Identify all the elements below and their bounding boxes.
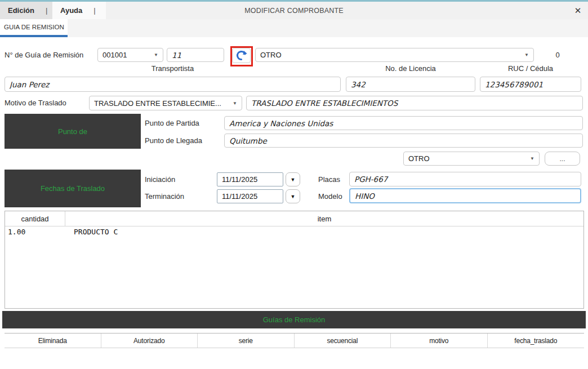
- terminacion-label: Terminación: [145, 192, 184, 201]
- guias-section-bar: Guías de Remisión: [2, 311, 586, 328]
- iniciacion-dropdown-button[interactable]: ▼: [286, 172, 300, 186]
- guias-table: Eliminada Autorizado serie secuencial mo…: [5, 333, 584, 369]
- motivo-combo-value: TRASLADO ENTRE ESTABLECIMIE...: [94, 99, 221, 108]
- series-combobox[interactable]: 001001 ▼: [97, 48, 163, 62]
- chevron-down-icon: ▼: [233, 101, 237, 106]
- guias-header-eliminada[interactable]: Eliminada: [5, 334, 101, 348]
- licencia-input[interactable]: [346, 77, 475, 92]
- guias-section-title: Guías de Remisión: [263, 315, 326, 324]
- placas-input[interactable]: [349, 172, 581, 186]
- menu-separator: |: [46, 6, 47, 15]
- punto-section-panel: Punto de: [5, 114, 141, 149]
- chevron-down-icon: ▼: [291, 177, 296, 183]
- ruc-input[interactable]: [480, 77, 581, 92]
- modificar-comprobante-window: Edición | Ayuda | MODIFICAR COMPROBANTE …: [0, 0, 588, 369]
- items-table: cantidad item 1.00 PRODUCTO C: [5, 211, 584, 309]
- licencia-label: No. de Licencia: [346, 64, 475, 73]
- items-header-item[interactable]: item: [65, 211, 583, 226]
- tab-label: GUIA DE REMISION: [4, 24, 64, 30]
- fechas-section-title: Fechas de Traslado: [41, 184, 105, 193]
- guias-header-autorizado[interactable]: Autorizado: [101, 334, 198, 348]
- modelo-label: Modelo: [318, 192, 342, 201]
- transportista-input[interactable]: [5, 77, 341, 92]
- terminacion-value: 11/11/2025: [222, 192, 257, 201]
- refresh-button[interactable]: [232, 48, 251, 63]
- guide-type-combobox[interactable]: OTRO ▼: [255, 48, 534, 62]
- guias-header-motivo[interactable]: motivo: [391, 334, 488, 348]
- punto-section-title: Punto de: [58, 127, 87, 136]
- terminacion-dropdown-button[interactable]: ▼: [286, 189, 300, 203]
- menu-separator: |: [93, 6, 95, 15]
- vehicle-type-value: OTRO: [408, 154, 430, 163]
- motivo-label: Motivo de Traslado: [5, 99, 66, 107]
- chevron-down-icon: ▼: [291, 194, 296, 199]
- menu-item-edicion[interactable]: Edición |: [0, 2, 52, 19]
- transportista-label: Transportista: [5, 64, 341, 73]
- table-row[interactable]: 1.00 PRODUCTO C: [5, 226, 583, 237]
- motivo-combobox[interactable]: TRASLADO ENTRE ESTABLECIMIE... ▼: [89, 96, 242, 110]
- tab-guia-de-remision[interactable]: GUIA DE REMISION: [0, 19, 68, 35]
- menu-label: Edición: [8, 6, 34, 15]
- vehicle-type-combobox[interactable]: OTRO ▼: [403, 152, 540, 166]
- chevron-down-icon: ▼: [530, 156, 534, 161]
- menu-item-ayuda[interactable]: Ayuda |: [52, 2, 106, 19]
- iniciacion-value: 11/11/2025: [222, 175, 257, 184]
- guias-table-header: Eliminada Autorizado serie secuencial mo…: [5, 334, 584, 348]
- chevron-down-icon: ▼: [524, 52, 529, 57]
- guias-header-serie[interactable]: serie: [198, 334, 295, 348]
- refresh-highlight-box: [230, 46, 253, 66]
- llegada-input[interactable]: [224, 134, 583, 148]
- sequence-input[interactable]: [167, 48, 224, 62]
- partida-label: Punto de Partida: [145, 119, 199, 127]
- item-cantidad-cell: 1.00: [5, 228, 65, 236]
- menu-label: Ayuda: [60, 6, 82, 15]
- item-name-cell: PRODUCTO C: [65, 228, 118, 236]
- modelo-input[interactable]: [349, 188, 581, 203]
- items-table-header: cantidad item: [5, 211, 583, 226]
- refresh-icon: [235, 50, 247, 61]
- chevron-down-icon: ▼: [154, 52, 158, 57]
- tab-strip: GUIA DE REMISION: [0, 19, 588, 37]
- placas-label: Placas: [318, 175, 340, 184]
- motivo-text-input[interactable]: [246, 96, 583, 110]
- guias-header-secuencial[interactable]: secuencial: [295, 334, 391, 348]
- ruc-label: RUC / Cédula: [480, 64, 581, 73]
- iniciacion-datepicker[interactable]: 11/11/2025: [217, 172, 283, 186]
- count-value: 0: [549, 51, 566, 59]
- fechas-section-panel: Fechas de Traslado: [5, 170, 141, 207]
- items-header-cantidad[interactable]: cantidad: [5, 211, 65, 226]
- guias-header-fecha-traslado[interactable]: fecha_traslado: [488, 334, 585, 348]
- partida-input[interactable]: [224, 116, 583, 130]
- menu-bar: Edición | Ayuda | MODIFICAR COMPROBANTE …: [0, 2, 588, 19]
- more-options-button[interactable]: ...: [545, 152, 580, 166]
- llegada-label: Punto de Llegada: [145, 136, 202, 145]
- guide-type-value: OTRO: [260, 51, 282, 59]
- close-icon[interactable]: ✕: [572, 5, 583, 16]
- guide-number-label: N° de Guía de Remisión: [5, 51, 83, 59]
- terminacion-datepicker[interactable]: 11/11/2025: [217, 189, 283, 203]
- iniciacion-label: Iniciación: [145, 175, 175, 184]
- series-value: 001001: [103, 51, 127, 59]
- window-title: MODIFICAR COMPROBANTE: [181, 2, 407, 19]
